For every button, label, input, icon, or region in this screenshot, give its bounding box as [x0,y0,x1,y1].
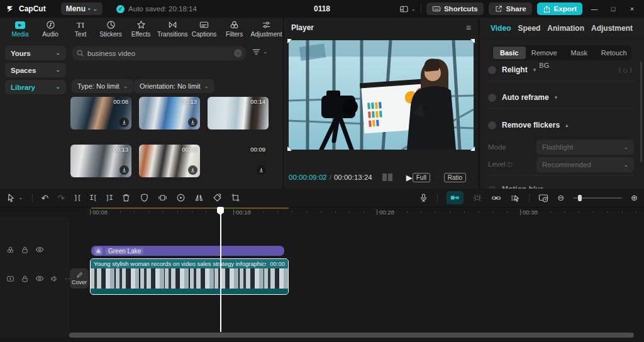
media-thumbnail[interactable]: 00:13 [70,145,131,177]
zoom-in-button[interactable]: ⊕ [631,193,638,202]
main-track-magnet-button[interactable] [447,191,464,204]
linked-selection-button[interactable] [510,193,520,203]
full-button[interactable]: Full [413,173,430,182]
overlay-button[interactable] [158,193,167,202]
tab-transitions[interactable]: Transitions [157,18,188,40]
mirror-button[interactable] [194,193,204,202]
zoom-fit-icon[interactable] [436,172,438,182]
filter-sort-button[interactable]: ⌄ [252,47,268,57]
split-right-button[interactable]: ]I [106,194,113,202]
remove-flickers-toggle[interactable] [488,121,496,130]
tab-media[interactable]: ▶ Media [6,18,34,40]
download-icon[interactable] [188,165,197,175]
rotate-button[interactable] [213,193,222,202]
mirror-icon [194,193,204,202]
video-clip[interactable]: Young stylish woman records on video sal… [90,258,289,295]
player-menu-icon[interactable]: ≡ [466,23,471,33]
auto-snap-button[interactable] [472,193,482,203]
record-voiceover-button[interactable] [419,193,428,202]
subtab-basic[interactable]: Basic [493,47,526,59]
auto-reframe-toggle[interactable] [488,94,496,102]
preview-quality-button[interactable] [538,193,548,203]
playhead-line[interactable] [220,209,221,332]
minimize-button[interactable]: — [587,5,601,13]
tab-adjustment[interactable]: Adjustment [251,18,282,40]
fullscreen-icon[interactable] [472,173,474,182]
subtab-remove-bg[interactable]: Remove BG [528,47,561,59]
caret-down-icon[interactable]: ▾ [555,94,558,101]
tab-adjustment[interactable]: Adjustment [591,24,633,33]
eye-icon[interactable] [35,274,44,283]
select-tool-button[interactable]: ⌄ [6,193,23,202]
speed-button[interactable] [176,193,186,202]
menu-button[interactable]: Menu • ⌄ [61,3,103,15]
delete-button[interactable] [121,193,131,202]
download-icon[interactable] [119,165,129,175]
caret-down-icon[interactable]: ▾ [533,67,536,73]
sidebar-item-yours[interactable]: Yours ⌄ [5,46,66,60]
clear-search-icon[interactable]: × [234,49,242,57]
tab-effects[interactable]: Effects [127,18,155,40]
inspector-scrollbar[interactable] [640,62,642,162]
timeline-ruler[interactable]: 00:00 00:10 00:20 00:30 [69,207,644,218]
level-label: Levelⓘ [488,160,513,169]
play-button[interactable]: ▶ [406,173,413,182]
timeline-zoom-slider[interactable] [573,197,622,199]
keyframe-nav-icons[interactable]: ⟨◇⟩ [619,67,635,74]
tab-filters[interactable]: Filters [221,18,248,40]
orientation-filter-dropdown[interactable]: Orientation: No limit ⌄ [134,79,214,93]
timeline-scrollbar[interactable] [69,333,634,338]
eye-icon[interactable] [35,245,44,254]
download-icon[interactable] [188,118,197,127]
tab-text[interactable]: TI Text [67,18,94,40]
lock-icon[interactable] [21,275,29,283]
sidebar-item-spaces[interactable]: Spaces ⌄ [5,63,66,77]
maximize-button[interactable]: □ [606,5,620,13]
cover-button[interactable]: Cover [70,268,89,289]
caret-up-icon[interactable]: ▴ [565,122,569,128]
media-thumbnail[interactable]: 00:14 [208,97,269,130]
tab-speed[interactable]: Speed [518,24,540,33]
media-thumbnail[interactable]: 00:08 [70,97,131,130]
shortcuts-button[interactable]: Shortcuts [426,3,484,15]
tab-audio[interactable]: Audio [36,18,64,40]
media-thumbnail[interactable]: 00:08 [139,145,200,177]
close-button[interactable]: × [625,5,639,13]
share-button[interactable]: Share [489,3,532,15]
media-thumbnail[interactable]: 00:13 [139,97,200,130]
download-icon[interactable] [119,118,129,127]
search-input[interactable] [87,50,231,57]
video-preview [289,40,474,150]
redo-button[interactable]: ↷ [57,193,65,203]
zoom-slider-knob[interactable] [578,195,582,201]
subtab-mask[interactable]: Mask [563,47,596,59]
export-button[interactable]: Export [537,3,582,15]
tab-video[interactable]: Video [491,24,511,33]
layout-switch-button[interactable]: ⌄ [399,4,416,14]
mask-button[interactable] [140,193,149,202]
relight-toggle[interactable] [488,66,496,74]
zoom-out-button[interactable]: ⊖ [557,193,564,202]
crop-button[interactable] [231,193,240,202]
split-button[interactable]: ][ [74,194,80,202]
level-dropdown[interactable]: Recommended ⌄ [536,157,634,172]
lock-icon[interactable] [21,246,29,254]
tab-animation[interactable]: Animation [547,24,584,33]
undo-button[interactable]: ↶ [42,193,49,203]
tab-captions[interactable]: Captions [191,18,218,40]
speaker-icon[interactable] [50,275,58,283]
subtab-retouch[interactable]: Retouch [598,47,631,59]
tab-stickers[interactable]: Stickers [97,18,125,40]
audio-clip-green-lake[interactable]: Green Lake [91,246,284,256]
video-viewport[interactable] [289,40,474,150]
media-thumbnail[interactable]: 00:09 [208,145,269,177]
split-left-button[interactable]: I[ [89,194,96,202]
link-button[interactable] [491,193,501,203]
frame-view-icon[interactable] [382,174,392,181]
download-icon[interactable] [257,165,266,175]
sidebar-item-library[interactable]: Library ⌄ [5,80,66,94]
app-name: CapCut [19,4,46,13]
mode-dropdown[interactable]: Flashlight ⌄ [536,140,634,155]
ratio-button[interactable]: Ratio [444,173,466,182]
type-filter-dropdown[interactable]: Type: No limit ⌄ [72,79,133,93]
